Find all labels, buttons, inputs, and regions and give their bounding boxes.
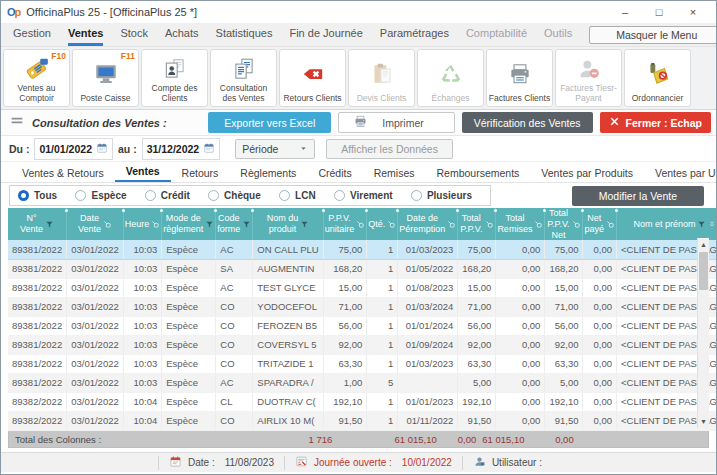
table-row[interactable]: 89381/202203/01/202210:03EspèceACSPARADR… <box>8 373 717 392</box>
column-header-net-paye[interactable]: Net payé <box>583 208 617 240</box>
column-header-nom-et-prenom[interactable]: Nom et prénom <box>616 208 717 240</box>
radio-icon[interactable] <box>411 190 422 201</box>
table-row[interactable]: 89381/202203/01/202210:03EspèceCOYODOCEF… <box>8 297 717 316</box>
consultation-des-ventes-button[interactable]: Consultation des Ventes <box>210 49 277 107</box>
tab-remises[interactable]: Remises <box>363 165 426 182</box>
close-button[interactable]: × <box>676 3 710 21</box>
pin-icon[interactable] <box>387 220 396 229</box>
tab-ventes[interactable]: Ventes <box>115 163 171 182</box>
radio-icon[interactable] <box>334 190 345 201</box>
column-header-nom-du-produit[interactable]: Nom du produit <box>253 208 323 240</box>
pin-icon[interactable] <box>447 220 456 229</box>
tab-retours[interactable]: Retours <box>171 165 230 182</box>
print-button[interactable]: Imprimer <box>338 112 454 133</box>
menu-tab-ventes[interactable]: Ventes <box>68 23 103 46</box>
tab-credits[interactable]: Crédits <box>307 165 362 182</box>
payment-filter-credit[interactable]: Crédit <box>145 190 190 201</box>
filter-icon[interactable] <box>242 220 251 229</box>
menu-tab-achats[interactable]: Achats <box>165 23 199 46</box>
pin-icon[interactable] <box>485 220 494 229</box>
radio-icon[interactable] <box>208 190 219 201</box>
menu-tab-outils[interactable]: Outils <box>544 23 572 46</box>
scroll-thumb[interactable] <box>699 252 708 290</box>
column-header-n-vente[interactable]: N° Vente <box>8 208 67 240</box>
date-to-input[interactable]: 31/12/2022 <box>142 138 221 160</box>
filter-icon[interactable] <box>205 220 214 229</box>
filter-icon[interactable] <box>300 220 309 229</box>
filter-icon[interactable] <box>697 220 706 229</box>
column-header-total-p-p-v[interactable]: Total P.P.V. <box>458 208 496 240</box>
tab-ventes-par-produits[interactable]: Ventes par Produits <box>530 165 644 182</box>
date-from-input[interactable]: 01/01/2022 <box>34 138 113 160</box>
scroll-track[interactable] <box>698 251 709 415</box>
menu-tab-fin-de-journee[interactable]: Fin de Journée <box>289 23 362 46</box>
hamburger-icon[interactable] <box>9 113 25 133</box>
ventes-au-comptoir-button[interactable]: F10Ventes au Comptoir <box>3 49 70 107</box>
payment-filter-tous[interactable]: Tous <box>18 190 57 201</box>
column-header-date-de-peremption[interactable]: Date de Péremption <box>398 208 458 240</box>
column-header-heure[interactable]: Heure <box>123 208 162 240</box>
afficher-donnees-button[interactable]: Afficher les Données <box>326 139 453 159</box>
compte-des-clients-button[interactable]: Compte des Clients <box>141 49 208 107</box>
menu-tab-comptabilite[interactable]: Comptabilité <box>466 23 527 46</box>
maximize-button[interactable]: □ <box>642 3 676 21</box>
table-row[interactable]: 89381/202203/01/202210:03EspèceCOCOVERSY… <box>8 335 717 354</box>
pin-icon[interactable] <box>606 220 615 229</box>
tab-reglements[interactable]: Règlements <box>229 165 307 182</box>
tab-ventes-retours[interactable]: Ventes & Retours <box>11 165 115 182</box>
calendar-icon[interactable] <box>203 140 215 158</box>
payment-filter-virement[interactable]: Virement <box>334 190 393 201</box>
verify-sales-button[interactable]: Vérification des Ventes <box>462 112 593 133</box>
table-row[interactable]: 89382/202203/01/202210:04EspèceCOAIRLIX … <box>8 411 717 430</box>
close-escape-button[interactable]: Fermer : Echap <box>600 112 711 133</box>
scroll-down-button[interactable]: ▼ <box>698 415 709 428</box>
table-row[interactable]: 89381/202203/01/202210:03EspèceCOTRITAZI… <box>8 354 717 373</box>
pin-icon[interactable] <box>572 220 581 229</box>
column-header-code-forme[interactable]: Code forme <box>216 208 253 240</box>
table-row[interactable]: 89381/202203/01/202210:03EspèceCOFEROZEN… <box>8 316 717 335</box>
periode-dropdown[interactable]: Période <box>235 139 315 159</box>
modify-sale-button[interactable]: Modifier la Vente <box>572 186 704 206</box>
column-header-p-p-v-unitaire[interactable]: P.P.V. unitaire <box>323 208 367 240</box>
payment-filter-cheque[interactable]: Chèque <box>208 190 261 201</box>
pin-icon[interactable] <box>151 220 160 229</box>
masquer-menu-button[interactable]: Masquer le Menu <box>589 26 717 44</box>
menu-tab-stock[interactable]: Stock <box>120 23 148 46</box>
pin-icon[interactable] <box>356 220 365 229</box>
menu-tab-parametrages[interactable]: Paramétrages <box>380 23 449 46</box>
pin-icon[interactable] <box>103 220 112 229</box>
poste-caisse-button[interactable]: F11Poste Caisse <box>72 49 139 107</box>
table-row[interactable]: 89381/202203/01/202210:03EspèceACON CALL… <box>8 240 717 259</box>
tab-ventes-par-utilisateurs[interactable]: Ventes par Utilisateurs <box>644 165 717 182</box>
radio-icon[interactable] <box>145 190 156 201</box>
pin-icon[interactable] <box>534 220 543 229</box>
table-row[interactable]: 89381/202203/01/202210:03EspèceSAAUGMENT… <box>8 259 717 278</box>
radio-icon[interactable] <box>75 190 86 201</box>
minimize-button[interactable]: – <box>608 3 642 21</box>
column-header-mode-de-reglement[interactable]: Mode de règlement <box>162 208 216 240</box>
vertical-scrollbar[interactable]: ▲ ▼ <box>697 238 709 428</box>
calendar-icon[interactable] <box>96 140 108 158</box>
chevrons-icon[interactable] <box>708 220 716 228</box>
ordonnancier-button[interactable]: Ordonnancier <box>624 49 691 107</box>
scroll-up-button[interactable]: ▲ <box>698 238 709 251</box>
column-header-label: Date Vente <box>78 213 101 235</box>
payment-filter-lcn[interactable]: LCN <box>279 190 316 201</box>
column-header-qte[interactable]: Qté. <box>367 208 398 240</box>
retours-clients-button[interactable]: Retours Clients <box>279 49 346 107</box>
tab-remboursements[interactable]: Remboursements <box>425 165 530 182</box>
column-header-date-vente[interactable]: Date Vente <box>67 208 124 240</box>
payment-filter-plusieurs[interactable]: Plusieurs <box>411 190 472 201</box>
table-row[interactable]: 89381/202203/01/202210:03EspèceACTEST GL… <box>8 278 717 297</box>
table-row[interactable]: 89382/202203/01/202210:04EspèceCLDUOTRAV… <box>8 392 717 411</box>
menu-tab-gestion[interactable]: Gestion <box>13 23 51 46</box>
radio-icon[interactable] <box>279 190 290 201</box>
radio-icon[interactable] <box>18 190 29 201</box>
column-header-total-p-p-v-net[interactable]: Total P.P.V. Net <box>545 208 583 240</box>
export-excel-button[interactable]: Exporter vers Excel <box>208 112 331 133</box>
filter-icon[interactable] <box>45 220 54 229</box>
menu-tab-statistiques[interactable]: Statistiques <box>216 23 273 46</box>
payment-filter-espece[interactable]: Espèce <box>75 190 126 201</box>
column-header-total-remises[interactable]: Total Remises <box>496 208 545 240</box>
factures-clients-button[interactable]: Factures Clients <box>486 49 553 107</box>
